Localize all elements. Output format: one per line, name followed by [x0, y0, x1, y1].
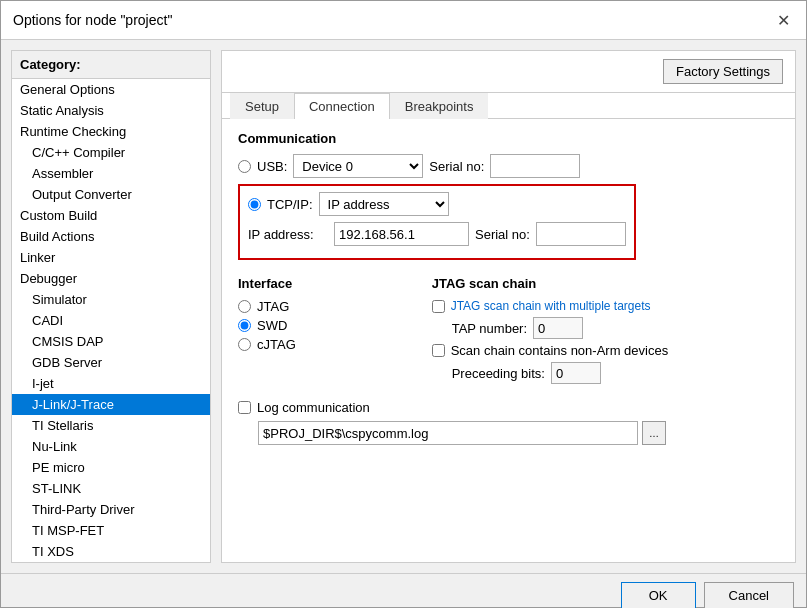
log-communication-row: Log communication [238, 400, 779, 415]
jtag-scan-chain-section: JTAG scan chain JTAG scan chain with mul… [432, 276, 779, 388]
tcp-dropdown[interactable]: IP address [319, 192, 449, 216]
tree-item-ti-msp-fet[interactable]: TI MSP-FET [12, 520, 210, 541]
cjtag-radio-row: cJTAG [238, 337, 412, 352]
tree-item-static-analysis[interactable]: Static Analysis [12, 100, 210, 121]
tree-item-cpp-compiler[interactable]: C/C++ Compiler [12, 142, 210, 163]
tab-breakpoints[interactable]: Breakpoints [390, 93, 489, 119]
tree-item-ti-stellaris[interactable]: TI Stellaris [12, 415, 210, 436]
tree-item-debugger[interactable]: Debugger [12, 268, 210, 289]
jtag-radio[interactable] [238, 300, 251, 313]
tree-item-gdb-server[interactable]: GDB Server [12, 352, 210, 373]
two-sections: Interface JTAG SWD cJTAG [238, 276, 779, 388]
log-communication-checkbox[interactable] [238, 401, 251, 414]
left-panel: Category: General OptionsStatic Analysis… [11, 50, 211, 563]
preceeding-bits-row: Preceeding bits: [432, 362, 779, 384]
tcp-row: TCP/IP: IP address [248, 192, 626, 216]
usb-radio[interactable] [238, 160, 251, 173]
tab-connection[interactable]: Connection [294, 93, 390, 119]
tree-list: General OptionsStatic AnalysisRuntime Ch… [12, 79, 210, 562]
tree-item-cadi[interactable]: CADI [12, 310, 210, 331]
serial-no-input-2[interactable] [536, 222, 626, 246]
tree-item-st-link[interactable]: ST-LINK [12, 478, 210, 499]
tree-item-cmsis-dap[interactable]: CMSIS DAP [12, 331, 210, 352]
ip-address-row: IP address: Serial no: [248, 222, 626, 246]
ok-button[interactable]: OK [621, 582, 696, 608]
tap-number-input[interactable] [533, 317, 583, 339]
tree-item-build-actions[interactable]: Build Actions [12, 226, 210, 247]
preceeding-bits-label: Preceeding bits: [452, 366, 545, 381]
jtag-multiple-targets-label: JTAG scan chain with multiple targets [451, 299, 651, 313]
serial-no-label-2: Serial no: [475, 227, 530, 242]
factory-settings-bar: Factory Settings [222, 51, 795, 93]
tcp-highlighted-box: TCP/IP: IP address IP address: Serial no… [238, 184, 636, 260]
tree-item-output-converter[interactable]: Output Converter [12, 184, 210, 205]
tree-item-nu-link[interactable]: Nu-Link [12, 436, 210, 457]
log-path-input[interactable] [258, 421, 638, 445]
scan-chain-non-arm-checkbox[interactable] [432, 344, 445, 357]
log-communication-label: Log communication [257, 400, 370, 415]
swd-radio-row: SWD [238, 318, 412, 333]
dialog-body: Category: General OptionsStatic Analysis… [1, 40, 806, 573]
swd-radio-label: SWD [257, 318, 287, 333]
scan-chain-non-arm-label: Scan chain contains non-Arm devices [451, 343, 669, 358]
tree-item-ti-xds[interactable]: TI XDS [12, 541, 210, 562]
interface-section: Interface JTAG SWD cJTAG [238, 276, 412, 388]
ip-address-input[interactable] [334, 222, 469, 246]
serial-no-label-1: Serial no: [429, 159, 484, 174]
jtag-scan-chain-label: JTAG scan chain [432, 276, 779, 291]
tree-item-runtime-checking[interactable]: Runtime Checking [12, 121, 210, 142]
usb-label: USB: [257, 159, 287, 174]
browse-button[interactable]: … [642, 421, 666, 445]
ip-address-label: IP address: [248, 227, 328, 242]
tap-number-label: TAP number: [452, 321, 527, 336]
tree-item-assembler[interactable]: Assembler [12, 163, 210, 184]
tree-item-jlink-jtrace[interactable]: J-Link/J-Trace [12, 394, 210, 415]
dialog: Options for node "project" ✕ Category: G… [0, 0, 807, 608]
jtag-multiple-targets-row: JTAG scan chain with multiple targets [432, 299, 779, 313]
tree-item-i-jet[interactable]: I-jet [12, 373, 210, 394]
cjtag-radio[interactable] [238, 338, 251, 351]
log-path-row: … [238, 421, 779, 445]
serial-no-input-1[interactable] [490, 154, 580, 178]
tcp-radio[interactable] [248, 198, 261, 211]
tab-setup[interactable]: Setup [230, 93, 294, 119]
title-bar: Options for node "project" ✕ [1, 1, 806, 40]
tree-item-custom-build[interactable]: Custom Build [12, 205, 210, 226]
preceeding-bits-input[interactable] [551, 362, 601, 384]
tree-item-simulator[interactable]: Simulator [12, 289, 210, 310]
factory-settings-button[interactable]: Factory Settings [663, 59, 783, 84]
tree-item-third-party-driver[interactable]: Third-Party Driver [12, 499, 210, 520]
tree-item-linker[interactable]: Linker [12, 247, 210, 268]
usb-device-select[interactable]: Device 0 [293, 154, 423, 178]
dialog-footer: OK Cancel [1, 573, 806, 608]
communication-label: Communication [238, 131, 779, 146]
tcp-label: TCP/IP: [267, 197, 313, 212]
right-panel: Factory Settings SetupConnectionBreakpoi… [221, 50, 796, 563]
cancel-button[interactable]: Cancel [704, 582, 794, 608]
close-button[interactable]: ✕ [772, 9, 794, 31]
jtag-radio-row: JTAG [238, 299, 412, 314]
tab-content-connection: Communication USB: Device 0 Serial no: [222, 119, 795, 562]
dialog-title: Options for node "project" [13, 12, 172, 28]
swd-radio[interactable] [238, 319, 251, 332]
cjtag-radio-label: cJTAG [257, 337, 296, 352]
tree-item-pe-micro[interactable]: PE micro [12, 457, 210, 478]
tree-item-general-options[interactable]: General Options [12, 79, 210, 100]
interface-label: Interface [238, 276, 412, 291]
category-label: Category: [12, 51, 210, 79]
tabs-row: SetupConnectionBreakpoints [222, 93, 795, 119]
usb-row: USB: Device 0 Serial no: [238, 154, 779, 178]
jtag-radio-label: JTAG [257, 299, 289, 314]
jtag-multiple-targets-checkbox[interactable] [432, 300, 445, 313]
tap-number-row: TAP number: [432, 317, 779, 339]
scan-chain-non-arm-row: Scan chain contains non-Arm devices [432, 343, 779, 358]
